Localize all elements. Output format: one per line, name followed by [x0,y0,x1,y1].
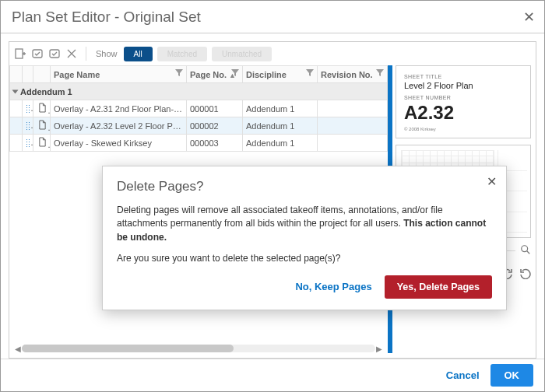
sheet-copyright: © 2008 Kirksey [404,127,522,131]
cell-discipline: Addendum 1 [243,135,318,152]
cell-discipline: Addendum 1 [243,100,318,117]
page-icon [37,120,47,131]
col-expand[interactable] [10,66,23,83]
filter-matched[interactable]: Matched [157,47,207,61]
drag-handle-icon[interactable] [26,138,30,148]
page-icon [37,103,47,114]
separator [86,47,86,61]
col-revision-no[interactable]: Revision No. [318,66,388,83]
sheet-title: Level 2 Floor Plan [404,81,522,90]
sheet-number: A2.32 [404,102,522,124]
show-label: Show [96,49,118,58]
match-icon[interactable] [31,47,44,60]
dialog-close-icon[interactable]: ✕ [487,174,497,189]
cell-revision-no [318,100,388,117]
svg-rect-1 [33,50,42,58]
dialog-title: Delete Pages? [117,179,492,194]
header-row: Page Name Page No.▲ Discipline Revision … [10,66,388,83]
filter-icon[interactable] [376,69,384,77]
drag-handle-icon[interactable] [26,121,30,131]
svg-rect-2 [50,50,59,58]
yes-delete-pages-button[interactable]: Yes, Delete Pages [385,275,492,299]
horizontal-scrollbar[interactable]: ◀ ▶ [14,344,383,353]
scroll-track[interactable] [22,345,375,352]
filter-icon[interactable] [306,69,314,77]
footer: Cancel OK [1,359,544,391]
col-page-name[interactable]: Page Name [51,66,187,83]
cell-revision-no [318,117,388,135]
cell-revision-no [318,135,388,152]
table-row[interactable]: Overlay - A2.31 2nd Floor Plan-Rev 10000… [10,100,388,117]
col-drag[interactable] [23,66,33,83]
cell-page-no: 000002 [187,117,243,135]
filter-icon[interactable] [231,69,239,77]
scroll-thumb[interactable] [22,345,234,352]
window-title: Plan Set Editor - Original Set [12,9,523,26]
sheet-number-label: SHEET NUMBER [404,95,522,100]
col-page-no[interactable]: Page No.▲ [187,66,243,83]
toolbar: Show All Matched Unmatched [9,42,536,65]
cell-discipline: Addendum 1 [243,117,318,135]
svg-rect-0 [16,49,23,58]
filter-icon[interactable] [175,69,183,77]
scroll-right-icon[interactable]: ▶ [375,345,383,353]
col-type[interactable] [33,66,51,83]
table-row[interactable]: Overlay - A2.32 Level 2 Floor Plan-Rev 1… [10,117,388,135]
cell-page-no: 000003 [187,135,243,152]
group-row[interactable]: Addendum 1 [10,83,388,100]
dialog-body-1: Deleting pages will remove all associate… [117,204,492,244]
cell-page-name: Overlay - A2.31 2nd Floor Plan-Rev 1 [51,100,187,117]
no-keep-pages-button[interactable]: No, Keep Pages [295,275,371,299]
add-plan-icon[interactable] [14,47,26,60]
titlebar: Plan Set Editor - Original Set ✕ [1,1,544,33]
drag-handle-icon[interactable] [26,104,30,114]
svg-point-3 [522,246,528,252]
scroll-left-icon[interactable]: ◀ [14,345,22,353]
sheet-info: SHEET TITLE Level 2 Floor Plan SHEET NUM… [396,65,531,138]
cancel-button[interactable]: Cancel [446,369,480,381]
dialog-body-2: Are you sure you want to delete the sele… [117,252,492,265]
sheet-title-label: SHEET TITLE [404,74,522,79]
page-icon [37,137,47,148]
editor-window: Plan Set Editor - Original Set ✕ Show Al… [0,0,545,392]
zoom-icon[interactable] [520,244,531,257]
delete-pages-dialog: ✕ Delete Pages? Deleting pages will remo… [102,166,507,310]
ok-button[interactable]: OK [490,364,534,387]
unmatch-icon[interactable] [48,47,61,60]
close-icon[interactable]: ✕ [523,9,535,26]
cell-page-name: Overlay - A2.32 Level 2 Floor Plan-Rev 1 [51,117,187,135]
cell-page-name: Overlay - Skewed Kirksey [51,135,187,152]
cell-page-no: 000001 [187,100,243,117]
table-row[interactable]: Overlay - Skewed Kirksey000003Addendum 1 [10,135,388,152]
delete-icon[interactable] [65,47,78,60]
col-discipline[interactable]: Discipline [243,66,318,83]
filter-all[interactable]: All [124,47,153,61]
filter-unmatched[interactable]: Unmatched [212,47,272,61]
redo-icon[interactable] [520,268,531,282]
